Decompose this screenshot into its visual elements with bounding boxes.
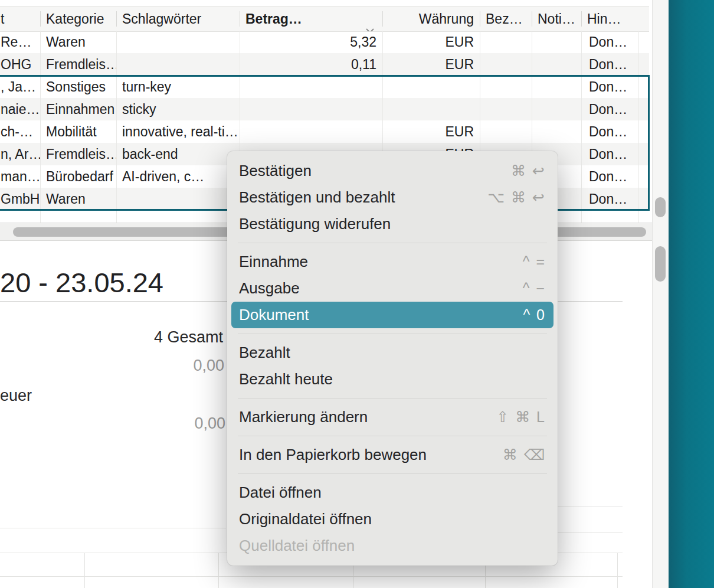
header-separator (532, 11, 532, 27)
menu-item-shortcut: ⌘ ↩ (511, 158, 546, 184)
gridline (581, 31, 582, 223)
vertical-scrollbar-rail (652, 0, 669, 588)
menu-item-label: Markierung ändern (239, 404, 368, 430)
cell-kategorie: Sonstiges (40, 76, 116, 98)
column-header-schlagworter[interactable]: Schlagwörter (116, 6, 240, 31)
header-separator (382, 11, 383, 27)
table-row[interactable]: OHGFremdleis…0,11EURDon… (0, 53, 649, 76)
column-header-hin[interactable]: Hin… (581, 6, 638, 31)
cell-bez (480, 98, 532, 120)
cell-t: n, Ar… (0, 143, 40, 165)
vertical-scrollbar-thumb-bottom[interactable] (655, 246, 666, 282)
menu-item-shortcut: ⌘ ⌫ (503, 442, 546, 468)
column-header-kategorie[interactable]: Kategorie (40, 6, 116, 31)
cell-t: ch-… (0, 120, 40, 143)
cell-schlagworter (116, 53, 240, 76)
preview-grid-vline (617, 553, 618, 588)
menu-separator (238, 334, 547, 334)
cell-wahrung (382, 98, 480, 120)
cell-t: , Ja… (0, 76, 40, 98)
menu-item-label: Originaldatei öffnen (239, 506, 372, 533)
preview-line (558, 507, 623, 507)
column-header-noti[interactable]: Noti… (532, 6, 581, 31)
menu-item-ausgabe[interactable]: Ausgabe^ − (231, 275, 553, 302)
menu-item-bestatigen[interactable]: Bestätigen⌘ ↩ (231, 158, 553, 184)
menu-item-dokument[interactable]: Dokument^ 0 (231, 302, 553, 328)
cell-noti (532, 76, 581, 98)
menu-item-label: Bestätigen und bezahlt (239, 184, 395, 211)
preview-heading: 20 - 23.05.24 (0, 266, 163, 299)
cell-betrag (240, 98, 382, 120)
menu-item-bezahlt[interactable]: Bezahlt (231, 339, 553, 366)
column-header-betrag[interactable]: Betrag… (240, 6, 382, 31)
cell-kategorie: Bürobedarf (40, 165, 116, 188)
menu-separator (238, 243, 547, 243)
cell-t: GmbH (0, 188, 40, 210)
header-separator (240, 11, 240, 27)
preview-line (558, 533, 623, 533)
column-header-wahrung[interactable]: Währung (382, 6, 480, 31)
sort-chevron-down-icon (366, 17, 374, 31)
cell-t: Re… (0, 31, 40, 53)
preview-grid-hline (0, 576, 623, 577)
menu-item-quelldatei-offnen: Quelldatei öffnen (231, 533, 553, 559)
cell-noti (532, 98, 581, 120)
cell-hin: Don… (581, 120, 638, 143)
table-row[interactable]: Re…Waren5,32EURDon… (0, 31, 649, 53)
cell-wahrung: EUR (382, 53, 480, 76)
cell-wahrung: EUR (382, 120, 480, 143)
header-separator (116, 11, 117, 27)
cell-schlagworter (116, 188, 240, 210)
menu-item-shortcut: ⇧ ⌘ L (496, 404, 546, 430)
cell-kategorie: Mobilität (40, 120, 116, 143)
menu-item-label: Einnahme (239, 249, 308, 275)
cell-schlagworter: turn-key (116, 76, 240, 98)
cell-bez (480, 76, 532, 98)
menu-separator (238, 436, 547, 436)
gridline (40, 31, 41, 223)
menu-item-markierung-andern[interactable]: Markierung ändern⇧ ⌘ L (231, 404, 553, 430)
preview-line (0, 528, 226, 528)
cell-hin: Don… (581, 76, 638, 98)
column-header-bez[interactable]: Bez… (480, 6, 532, 31)
cell-schlagworter: back-end (116, 143, 240, 165)
gridline (116, 31, 117, 223)
preview-total-label: 4 Gesamt (0, 328, 223, 347)
column-header-t[interactable]: t (0, 6, 40, 31)
menu-item-label: Bestätigung widerufen (239, 211, 391, 237)
menu-item-label: Bezahlt (239, 339, 290, 366)
cell-t: OHG (0, 53, 40, 76)
cell-noti (532, 53, 581, 76)
preview-grid-vline (218, 553, 219, 588)
menu-separator (238, 398, 547, 398)
cell-schlagworter (116, 31, 240, 53)
context-menu: Bestätigen⌘ ↩Bestätigen und bezahlt⌥ ⌘ ↩… (227, 151, 558, 566)
cell-schlagworter: sticky (116, 98, 240, 120)
table-row[interactable]: ch-…Mobilitätinnovative, real-ti…EURDon… (0, 120, 649, 143)
menu-item-label: Ausgabe (239, 275, 300, 302)
menu-item-bezahlt-heute[interactable]: Bezahlt heute (231, 366, 553, 393)
cell-kategorie: Waren (40, 188, 116, 210)
menu-item-in-den-papierkorb-bewegen[interactable]: In den Papierkorb bewegen⌘ ⌫ (231, 442, 553, 468)
menu-item-bestatigung-widerufen[interactable]: Bestätigung widerufen (231, 211, 553, 237)
cell-kategorie: Fremdleis… (40, 53, 116, 76)
menu-item-label: Bestätigen (239, 158, 312, 184)
cell-noti (532, 31, 581, 53)
menu-item-bestatigen-und-bezahlt[interactable]: Bestätigen und bezahlt⌥ ⌘ ↩ (231, 184, 553, 211)
cell-kategorie: Fremdleis… (40, 143, 116, 165)
menu-item-einnahme[interactable]: Einnahme^ = (231, 249, 553, 275)
cell-hin: Don… (581, 188, 638, 210)
cell-t: man… (0, 165, 40, 188)
menu-item-shortcut: ^ = (523, 249, 546, 275)
menu-item-label: Dokument (239, 302, 309, 328)
cell-bez (480, 31, 532, 53)
menu-item-originaldatei-offnen[interactable]: Originaldatei öffnen (231, 506, 553, 533)
cell-betrag (240, 76, 382, 98)
table-row[interactable]: naie…EinnahmenstickyDon… (0, 98, 649, 120)
cell-betrag (240, 120, 382, 143)
menu-item-shortcut: ^ − (523, 275, 546, 302)
vertical-scrollbar-thumb-top[interactable] (655, 197, 666, 217)
table-row[interactable]: , Ja…Sonstigesturn-keyDon… (0, 76, 649, 98)
cell-hin: Don… (581, 143, 638, 165)
menu-item-datei-offnen[interactable]: Datei öffnen (231, 479, 553, 506)
